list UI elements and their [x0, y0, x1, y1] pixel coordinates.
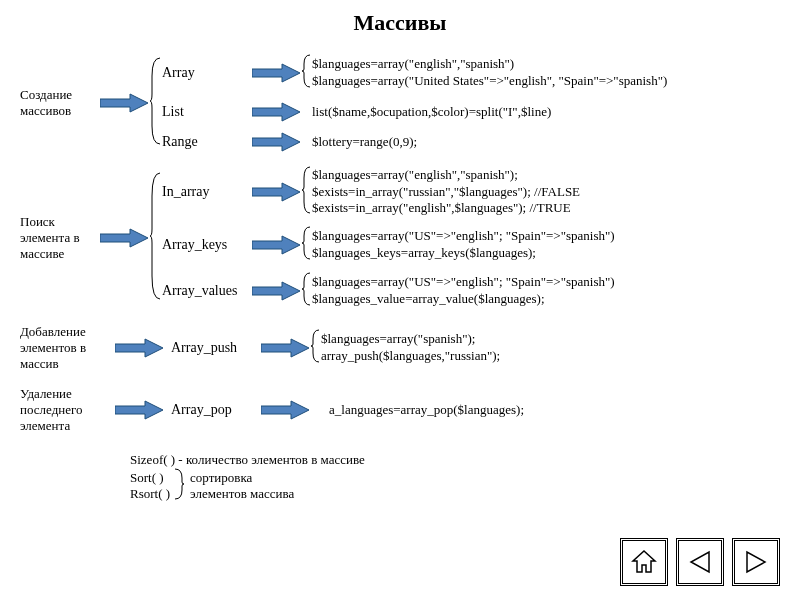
- svg-marker-5: [252, 183, 300, 201]
- code-line: array_push($languages,"russian");: [321, 348, 500, 365]
- section-create: Создание массивов Array $languages=array…: [20, 54, 800, 152]
- svg-marker-13: [747, 552, 765, 572]
- code-line: $lottery=range(0,9);: [312, 134, 417, 151]
- item-array-values: Array_values: [162, 283, 252, 299]
- triangle-right-icon: [743, 549, 769, 575]
- item-array-keys: Array_keys: [162, 237, 252, 253]
- triangle-left-icon: [687, 549, 713, 575]
- arrow-icon: [115, 338, 165, 358]
- home-button[interactable]: [620, 538, 668, 586]
- svg-marker-11: [261, 401, 309, 419]
- arrow-icon: [100, 93, 150, 113]
- code-line: $languages=array("US"=>"english"; "Spain…: [312, 274, 615, 291]
- code-line: $languages_value=array_value($languages)…: [312, 291, 615, 308]
- arrow-icon: [252, 132, 302, 152]
- section-search: Поиск элемента в массиве In_array $langu…: [20, 166, 800, 310]
- prev-button[interactable]: [676, 538, 724, 586]
- arrow-icon: [261, 400, 311, 420]
- svg-marker-8: [115, 339, 163, 357]
- home-icon: [631, 549, 657, 575]
- svg-marker-6: [252, 236, 300, 254]
- item-range: Range: [162, 134, 252, 150]
- arrow-icon: [252, 281, 302, 301]
- item-array: Array: [162, 65, 252, 81]
- item-array-push: Array_push: [171, 340, 261, 356]
- bracket-icon: [302, 54, 312, 92]
- arrow-icon: [252, 235, 302, 255]
- note-sort: Sort( ): [130, 470, 170, 486]
- section-delete: Удаление последнего элемента Array_pop a…: [20, 386, 800, 434]
- svg-marker-9: [261, 339, 309, 357]
- code-line: $languages=array("United States"=>"engli…: [312, 73, 667, 90]
- item-in-array: In_array: [162, 184, 252, 200]
- code-line: $languages=array("US"=>"english"; "Spain…: [312, 228, 615, 245]
- svg-marker-0: [100, 94, 148, 112]
- page-title: Массивы: [0, 10, 800, 36]
- svg-marker-1: [252, 64, 300, 82]
- section-label-add: Добавление элементов в массив: [20, 324, 115, 372]
- bracket-icon: [174, 468, 184, 504]
- arrow-icon: [252, 182, 302, 202]
- code-line: list($name,$ocupation,$color)=split("I",…: [312, 104, 551, 121]
- svg-marker-3: [252, 133, 300, 151]
- svg-marker-7: [252, 282, 300, 300]
- svg-marker-2: [252, 103, 300, 121]
- bracket-icon: [302, 272, 312, 310]
- item-array-pop: Array_pop: [171, 402, 261, 418]
- notes-block: Sizeof( ) - количество элементов в масси…: [130, 452, 800, 504]
- svg-marker-10: [115, 401, 163, 419]
- arrow-icon: [252, 102, 302, 122]
- bracket-icon: [311, 329, 321, 367]
- arrow-icon: [261, 338, 311, 358]
- code-line: $exists=in_array("english",$languages");…: [312, 200, 580, 217]
- note-sizeof: Sizeof( ) - количество элементов в масси…: [130, 452, 800, 468]
- bracket-icon: [302, 226, 312, 264]
- code-line: a_languages=array_pop($languages);: [329, 402, 524, 419]
- code-line: $languages=array("spanish");: [321, 331, 500, 348]
- code-line: $languages=array("english","spanish"): [312, 56, 667, 73]
- section-label-delete: Удаление последнего элемента: [20, 386, 115, 434]
- nav-buttons: [620, 538, 780, 586]
- bracket-icon: [150, 171, 162, 305]
- note-sort-desc: сортировка: [190, 470, 294, 486]
- arrow-icon: [115, 400, 165, 420]
- item-list: List: [162, 104, 252, 120]
- code-line: $languages=array("english","spanish");: [312, 167, 580, 184]
- note-rsort: Rsort( ): [130, 486, 170, 502]
- svg-marker-12: [691, 552, 709, 572]
- section-label-search: Поиск элемента в массиве: [20, 214, 100, 262]
- next-button[interactable]: [732, 538, 780, 586]
- note-rsort-desc: элементов массива: [190, 486, 294, 502]
- code-line: $exists=in_array("russian","$languages")…: [312, 184, 580, 201]
- bracket-icon: [150, 56, 162, 150]
- code-line: $languages_keys=array_keys($languages);: [312, 245, 615, 262]
- svg-marker-4: [100, 229, 148, 247]
- bracket-icon: [302, 166, 312, 218]
- arrow-icon: [100, 228, 150, 248]
- section-label-create: Создание массивов: [20, 87, 100, 119]
- arrow-icon: [252, 63, 302, 83]
- section-add: Добавление элементов в массив Array_push…: [20, 324, 800, 372]
